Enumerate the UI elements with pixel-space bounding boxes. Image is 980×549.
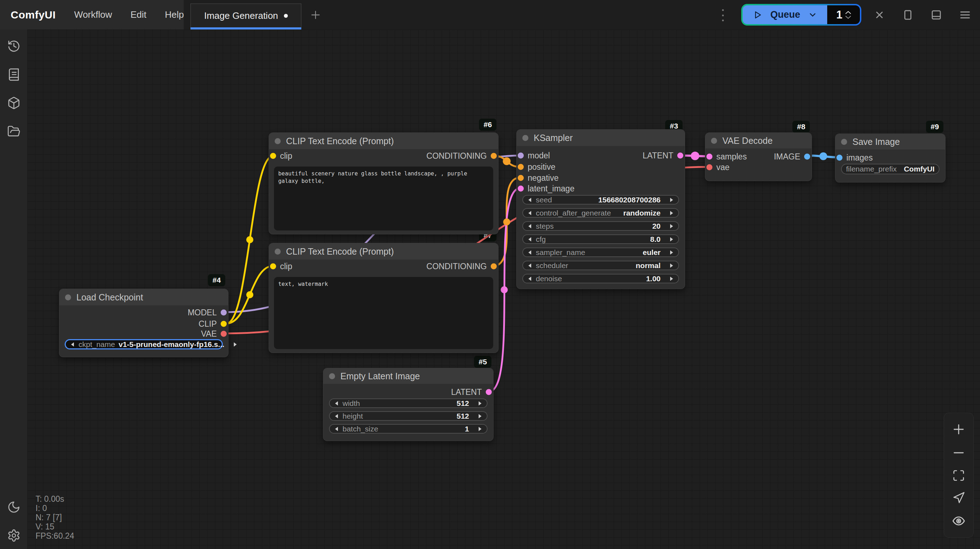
history-icon[interactable]	[7, 40, 21, 53]
clip-input-port[interactable]	[270, 263, 276, 270]
collapse-dot-icon[interactable]	[275, 138, 281, 144]
widget-left-arrow-icon[interactable]	[527, 250, 532, 255]
close-icon[interactable]	[873, 9, 886, 21]
model-input-port[interactable]	[518, 153, 524, 159]
widget-right-arrow-icon[interactable]	[669, 250, 674, 255]
menu-workflow[interactable]: Workflow	[74, 9, 112, 20]
cfg-widget[interactable]: cfg 8.0	[522, 234, 679, 244]
widget-right-arrow-icon[interactable]	[233, 342, 238, 347]
node-header[interactable]: Load Checkpoint	[59, 289, 228, 305]
widget-right-arrow-icon[interactable]	[669, 211, 674, 216]
menu-edit[interactable]: Edit	[130, 9, 146, 20]
denoise-widget[interactable]: denoise 1.00	[522, 274, 679, 283]
collapse-dot-icon[interactable]	[841, 139, 847, 145]
conditioning-output-port[interactable]	[491, 263, 497, 270]
queue-count-stepper[interactable]: 1	[827, 5, 860, 24]
pan-navigate-icon[interactable]	[952, 492, 965, 504]
chevron-down-icon[interactable]	[845, 16, 851, 19]
canvas-frame-icon[interactable]	[902, 9, 914, 21]
prompt-textarea[interactable]: text, watermark	[274, 277, 493, 349]
hamburger-menu-icon[interactable]	[959, 8, 972, 21]
node-clip-text-encode-negative[interactable]: CLIP Text Encode (Prompt) clip CONDITION…	[269, 243, 498, 353]
node-ksampler[interactable]: KSampler model LATENT positive negative …	[516, 129, 685, 289]
workflows-folder-icon[interactable]	[7, 125, 21, 138]
link-visibility-eye-icon[interactable]	[952, 514, 966, 528]
settings-gear-icon[interactable]	[7, 529, 21, 542]
node-load-checkpoint[interactable]: Load Checkpoint MODEL CLIP VAE ckpt_name…	[59, 289, 229, 357]
collapse-dot-icon[interactable]	[711, 138, 717, 144]
chevron-down-icon[interactable]	[808, 10, 817, 19]
widget-left-arrow-icon[interactable]	[334, 427, 339, 432]
filename-prefix-widget[interactable]: filename_prefix ComfyUI	[841, 164, 940, 175]
images-input-port[interactable]	[837, 155, 843, 161]
zoom-in-icon[interactable]	[952, 422, 966, 436]
tab-image-generation[interactable]: Image Generation	[191, 3, 301, 28]
control-after-generate-widget[interactable]: control_after_generate randomize	[522, 208, 679, 218]
batch-size-widget[interactable]: batch_size 1	[329, 424, 487, 433]
latent-output-port[interactable]	[486, 389, 492, 395]
fit-view-icon[interactable]	[952, 469, 965, 482]
sampler-name-widget[interactable]: sampler_name euler	[522, 248, 679, 257]
conditioning-output-port[interactable]	[491, 153, 497, 159]
node-library-icon[interactable]	[7, 96, 21, 110]
node-header[interactable]: Empty Latent Image	[323, 368, 493, 384]
widget-left-arrow-icon[interactable]	[527, 224, 532, 229]
node-header[interactable]: CLIP Text Encode (Prompt)	[269, 133, 498, 149]
theme-moon-icon[interactable]	[7, 500, 21, 514]
collapse-dot-icon[interactable]	[65, 294, 71, 300]
collapse-dot-icon[interactable]	[329, 373, 335, 379]
widget-right-arrow-icon[interactable]	[669, 263, 674, 268]
vae-input-port[interactable]	[706, 164, 713, 170]
latent-image-input-port[interactable]	[518, 186, 524, 192]
new-tab-button[interactable]	[309, 8, 323, 22]
vae-output-port[interactable]	[221, 331, 227, 337]
steps-widget[interactable]: steps 20	[522, 221, 679, 231]
width-widget[interactable]: width 512	[329, 398, 487, 408]
menu-help[interactable]: Help	[165, 9, 184, 20]
widget-left-arrow-icon[interactable]	[527, 197, 532, 202]
prompt-textarea[interactable]: beautiful scenery nature glass bottle la…	[274, 167, 493, 230]
positive-input-port[interactable]	[518, 164, 524, 170]
widget-left-arrow-icon[interactable]	[334, 401, 339, 406]
widget-right-arrow-icon[interactable]	[477, 401, 482, 406]
latent-output-port[interactable]	[677, 153, 683, 159]
widget-left-arrow-icon[interactable]	[527, 211, 532, 216]
node-empty-latent-image[interactable]: Empty Latent Image LATENT width 512 heig…	[323, 368, 493, 441]
negative-input-port[interactable]	[518, 175, 524, 181]
widget-right-arrow-icon[interactable]	[669, 197, 674, 202]
ckpt-name-widget[interactable]: ckpt_name v1-5-pruned-emaonly-fp16.s...	[65, 340, 223, 349]
widget-left-arrow-icon[interactable]	[334, 414, 339, 419]
model-output-port[interactable]	[221, 309, 227, 316]
samples-input-port[interactable]	[706, 154, 713, 160]
node-header[interactable]: VAE Decode	[705, 133, 811, 148]
widget-left-arrow-icon[interactable]	[527, 276, 532, 281]
node-header[interactable]: Save Image	[835, 134, 945, 149]
widget-left-arrow-icon[interactable]	[527, 263, 532, 268]
zoom-out-icon[interactable]	[952, 446, 966, 460]
clip-output-port[interactable]	[221, 321, 227, 327]
widget-right-arrow-icon[interactable]	[477, 414, 482, 419]
widget-right-arrow-icon[interactable]	[669, 224, 674, 229]
widget-left-arrow-icon[interactable]	[527, 237, 532, 242]
logs-icon[interactable]	[7, 68, 21, 81]
node-header[interactable]: KSampler	[517, 130, 685, 146]
queue-run-button[interactable]: Queue	[743, 5, 827, 24]
clip-input-port[interactable]	[270, 153, 276, 159]
collapse-dot-icon[interactable]	[522, 135, 528, 141]
collapse-dot-icon[interactable]	[275, 249, 281, 255]
bottom-panel-icon[interactable]	[930, 9, 942, 21]
seed-widget[interactable]: seed 156680208700286	[522, 195, 679, 205]
widget-right-arrow-icon[interactable]	[669, 276, 674, 281]
scheduler-widget[interactable]: scheduler normal	[522, 261, 679, 270]
chevron-up-icon[interactable]	[845, 11, 851, 14]
image-output-port[interactable]	[804, 154, 810, 160]
queue-drag-handle[interactable]	[721, 9, 724, 21]
widget-left-arrow-icon[interactable]	[70, 342, 75, 347]
node-save-image[interactable]: Save Image images filename_prefix ComfyU…	[835, 133, 945, 182]
node-clip-text-encode-positive[interactable]: CLIP Text Encode (Prompt) clip CONDITION…	[269, 132, 498, 234]
widget-right-arrow-icon[interactable]	[477, 427, 482, 432]
node-header[interactable]: CLIP Text Encode (Prompt)	[269, 243, 498, 260]
node-vae-decode[interactable]: VAE Decode samples IMAGE vae	[705, 132, 812, 181]
height-widget[interactable]: height 512	[329, 411, 487, 421]
widget-right-arrow-icon[interactable]	[669, 237, 674, 242]
